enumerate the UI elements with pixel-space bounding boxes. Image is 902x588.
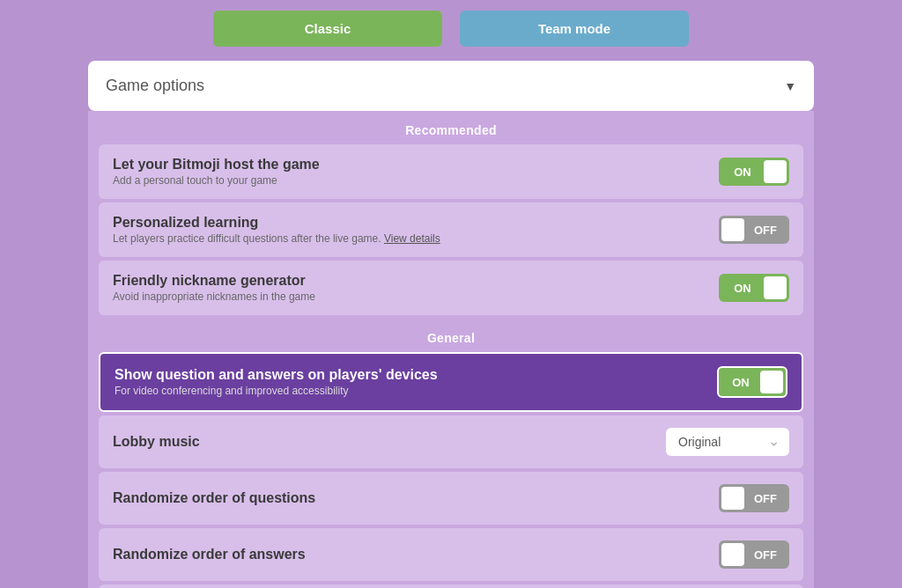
nickname-option-left: Friendly nickname generator Avoid inappr… <box>113 273 719 303</box>
show-questions-option-row: Show question and answers on players' de… <box>99 352 803 412</box>
show-questions-toggle-label: ON <box>721 376 760 389</box>
show-questions-toggle-thumb <box>760 371 783 393</box>
show-questions-option-left: Show question and answers on players' de… <box>115 367 717 397</box>
randomize-questions-toggle-label: OFF <box>744 492 787 505</box>
randomize-answers-toggle-label: OFF <box>744 548 787 562</box>
bitmoji-option-row: Let your Bitmoji host the game Add a per… <box>99 144 803 199</box>
recommended-section-label: Recommended <box>88 111 814 144</box>
game-options-dropdown-arrow: ▼ <box>784 79 796 93</box>
bitmoji-toggle-thumb <box>764 160 787 183</box>
show-questions-toggle[interactable]: ON <box>717 366 787 398</box>
page-container: Classic Team mode Game options ▼ Recomme… <box>0 0 902 588</box>
nickname-option-row: Friendly nickname generator Avoid inappr… <box>99 261 803 315</box>
lobby-music-dropdown[interactable]: Original ⌵ <box>666 428 789 456</box>
randomize-questions-option-title: Randomize order of questions <box>113 490 719 506</box>
lobby-music-chevron-icon: ⌵ <box>771 436 777 448</box>
show-questions-option-title: Show question and answers on players' de… <box>115 367 717 383</box>
personalized-view-details-link[interactable]: View details <box>384 232 440 245</box>
minimized-intro-option-row: Show minimized intro instructions OFF <box>99 584 803 588</box>
personalized-toggle[interactable]: OFF <box>719 216 789 244</box>
bitmoji-toggle-label: ON <box>721 165 764 179</box>
bitmoji-toggle[interactable]: ON <box>719 158 789 186</box>
randomize-questions-option-row: Randomize order of questions OFF <box>99 472 803 525</box>
randomize-questions-toggle[interactable]: OFF <box>719 484 789 512</box>
randomize-questions-option-left: Randomize order of questions <box>113 490 719 506</box>
bitmoji-option-title: Let your Bitmoji host the game <box>113 157 719 173</box>
lobby-music-option-title: Lobby music <box>113 434 666 450</box>
lobby-music-option-row: Lobby music Original ⌵ <box>99 415 803 468</box>
personalized-option-row: Personalized learning Let players practi… <box>99 202 803 257</box>
lobby-music-option-left: Lobby music <box>113 434 666 450</box>
bitmoji-option-left: Let your Bitmoji host the game Add a per… <box>113 157 719 187</box>
lobby-music-dropdown-value: Original <box>678 435 721 449</box>
general-section-label: General <box>88 319 814 352</box>
nickname-toggle-thumb <box>764 276 787 299</box>
personalized-toggle-label: OFF <box>744 224 787 237</box>
game-options-header[interactable]: Game options ▼ <box>88 61 814 111</box>
personalized-toggle-thumb <box>721 218 744 241</box>
nickname-option-title: Friendly nickname generator <box>113 273 719 289</box>
nickname-toggle[interactable]: ON <box>719 274 789 302</box>
show-questions-option-subtitle: For video conferencing and improved acce… <box>115 385 717 397</box>
nickname-toggle-label: ON <box>721 282 764 295</box>
personalized-option-title: Personalized learning <box>113 215 719 231</box>
randomize-answers-toggle[interactable]: OFF <box>719 540 789 569</box>
personalized-option-subtitle: Let players practice difficult questions… <box>113 232 719 245</box>
randomize-answers-option-title: Randomize order of answers <box>113 547 719 562</box>
classic-mode-button[interactable]: Classic <box>213 11 442 47</box>
personalized-subtitle-text: Let players practice difficult questions… <box>113 232 381 245</box>
team-mode-button[interactable]: Team mode <box>460 11 689 47</box>
bitmoji-option-subtitle: Add a personal touch to your game <box>113 174 719 187</box>
nickname-option-subtitle: Avoid inappropriate nicknames in the gam… <box>113 290 719 303</box>
randomize-answers-option-row: Randomize order of answers OFF <box>99 528 803 581</box>
personalized-option-left: Personalized learning Let players practi… <box>113 215 719 245</box>
game-options-title: Game options <box>106 77 204 95</box>
randomize-answers-option-left: Randomize order of answers <box>113 547 719 562</box>
randomize-answers-toggle-thumb <box>721 543 744 566</box>
randomize-questions-toggle-thumb <box>721 487 744 510</box>
mode-buttons: Classic Team mode <box>88 11 814 47</box>
options-panel: Recommended Let your Bitmoji host the ga… <box>88 111 814 588</box>
